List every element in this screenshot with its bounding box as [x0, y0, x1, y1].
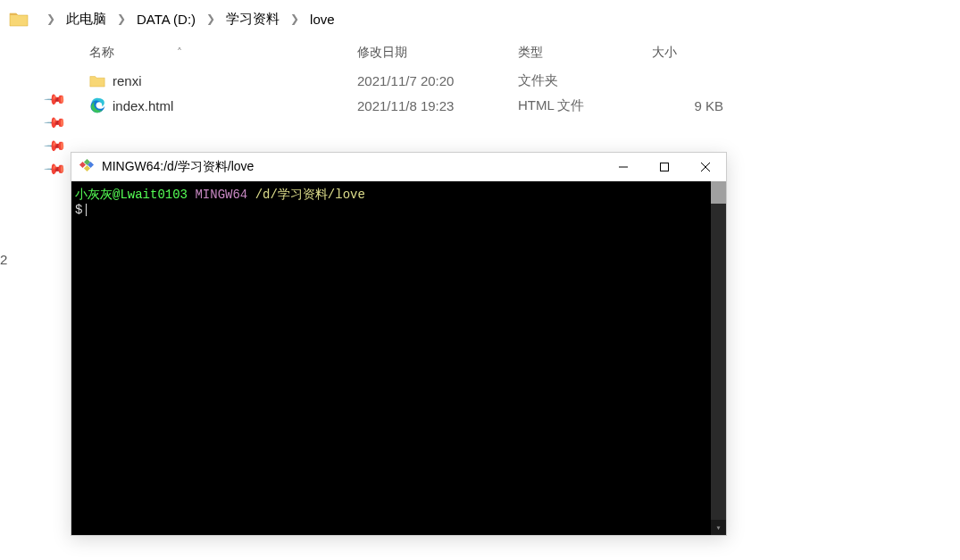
file-date: 2021/11/7 20:20: [357, 73, 518, 88]
cursor-icon: [86, 204, 87, 216]
breadcrumb-segment[interactable]: 学习资料: [224, 11, 281, 28]
pin-icon[interactable]: 📌: [44, 158, 64, 179]
pin-icon[interactable]: 📌: [44, 135, 64, 155]
breadcrumb-segment[interactable]: 此电脑: [64, 11, 108, 28]
file-type: HTML 文件: [518, 97, 652, 114]
file-type: 文件夹: [518, 72, 652, 89]
file-row[interactable]: renxi 2021/11/7 20:20 文件夹: [71, 68, 960, 93]
quick-access-strip: 📌 📌 📌 📌 2: [0, 38, 71, 560]
terminal-content[interactable]: 小灰灰@Lwait0103 MINGW64 /d/学习资料/love $: [71, 181, 711, 535]
prompt-path: /d/学习资料/love: [255, 188, 365, 202]
file-size: 9 KB: [652, 98, 741, 113]
breadcrumb-segment[interactable]: DATA (D:): [135, 12, 197, 27]
terminal-scrollbar[interactable]: ▾: [711, 181, 726, 535]
file-name: index.html: [113, 98, 173, 113]
item-count: 2: [0, 252, 7, 267]
prompt-env: MINGW64: [195, 188, 247, 202]
file-name: renxi: [113, 73, 142, 88]
terminal-window: MINGW64:/d/学习资料/love 小灰灰@Lwait0103 MINGW…: [71, 152, 727, 536]
prompt-user: 小灰灰@Lwait0103: [75, 188, 188, 202]
column-header-label: 名称: [89, 45, 114, 61]
svg-rect-6: [661, 163, 669, 171]
folder-icon: [89, 74, 105, 88]
folder-icon: [9, 11, 29, 27]
pin-icon[interactable]: 📌: [44, 112, 64, 132]
file-row[interactable]: index.html 2021/11/8 19:23 HTML 文件 9 KB: [71, 93, 960, 118]
chevron-down-icon[interactable]: ▾: [711, 520, 726, 535]
edge-icon: [89, 97, 105, 113]
close-button[interactable]: [685, 153, 726, 181]
column-header-size[interactable]: 大小: [652, 45, 741, 61]
chevron-up-icon: ˄: [177, 46, 182, 59]
chevron-right-icon: ❯: [108, 13, 135, 25]
breadcrumb: ❯ 此电脑 ❯ DATA (D:) ❯ 学习资料 ❯ love: [0, 0, 960, 38]
pin-icon[interactable]: 📌: [44, 88, 64, 109]
column-headers: 名称 ˄ 修改日期 类型 大小: [71, 38, 960, 68]
prompt-symbol: $: [75, 203, 82, 217]
chevron-right-icon: ❯: [38, 13, 64, 25]
column-header-name[interactable]: 名称 ˄: [89, 45, 357, 61]
minimize-button[interactable]: [603, 153, 644, 181]
maximize-button[interactable]: [644, 153, 685, 181]
breadcrumb-segment[interactable]: love: [308, 12, 337, 27]
mingw-icon: [79, 159, 95, 175]
file-date: 2021/11/8 19:23: [357, 98, 518, 113]
chevron-right-icon: ❯: [281, 13, 308, 25]
column-header-date[interactable]: 修改日期: [357, 45, 518, 61]
terminal-body[interactable]: 小灰灰@Lwait0103 MINGW64 /d/学习资料/love $ ▾: [71, 181, 726, 535]
window-titlebar[interactable]: MINGW64:/d/学习资料/love: [71, 153, 726, 181]
column-header-type[interactable]: 类型: [518, 45, 652, 61]
window-title: MINGW64:/d/学习资料/love: [102, 159, 603, 175]
chevron-right-icon: ❯: [197, 13, 224, 25]
